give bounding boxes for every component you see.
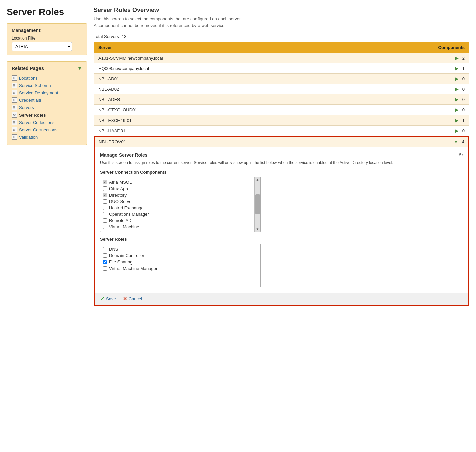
connection-components-list: Atria MSOL Citrix App bbox=[100, 177, 254, 232]
related-pages-arrow-icon: ▼ bbox=[77, 66, 82, 71]
components-cell: ▶ 0 bbox=[347, 84, 469, 94]
table-row: NBL-PROV01 ▼ 4 Manage Server Roles bbox=[94, 136, 469, 305]
expand-row-button[interactable]: ▶ bbox=[455, 86, 459, 92]
location-filter-label: Location Filter bbox=[12, 36, 82, 41]
scrollbar[interactable]: ▲ ▼ bbox=[254, 177, 260, 232]
cancel-icon: ✕ bbox=[123, 296, 127, 301]
scroll-down-arrow[interactable]: ▼ bbox=[256, 227, 259, 231]
related-pages-box: Related Pages ▼ ⊞ Locations ⊞ Service Sc… bbox=[7, 61, 87, 145]
sidebar-item-locations[interactable]: ⊞ Locations bbox=[12, 74, 82, 82]
operations-manager-checkbox[interactable] bbox=[103, 212, 107, 216]
location-filter-select[interactable]: ATRIA HQ NBL bbox=[12, 42, 72, 51]
remote-ad-checkbox[interactable] bbox=[103, 218, 107, 223]
related-pages-header: Related Pages ▼ bbox=[12, 66, 82, 71]
table-row: NBL-CTXCLOUD01 ▶ 0 bbox=[94, 105, 469, 115]
connection-components-label: Server Connection Components bbox=[100, 170, 463, 175]
management-box: Management Location Filter ATRIA HQ NBL bbox=[7, 23, 87, 55]
list-item: Directory bbox=[103, 192, 252, 198]
list-item: Operations Manager bbox=[103, 211, 252, 217]
components-cell: ▶ 1 bbox=[347, 63, 469, 74]
table-row: NBL-AD02 ▶ 0 bbox=[94, 84, 469, 94]
scroll-up-arrow[interactable]: ▲ bbox=[256, 178, 259, 181]
expanded-server-name: NBL-PROV01 bbox=[95, 137, 338, 147]
sidebar-item-server-roles[interactable]: ⚙ Server Roles bbox=[12, 111, 82, 119]
expand-row-button[interactable]: ▶ bbox=[455, 66, 459, 71]
server-collections-icon: ⊞ bbox=[12, 120, 17, 125]
checkbox-label: DUO Server bbox=[109, 199, 133, 204]
domain-controller-checkbox[interactable] bbox=[103, 253, 107, 258]
virtual-machine-checkbox[interactable] bbox=[103, 225, 107, 229]
table-row: NBL-EXCH19-01 ▶ 1 bbox=[94, 115, 469, 126]
components-count: 0 bbox=[462, 107, 465, 112]
cancel-button[interactable]: ✕ Cancel bbox=[123, 296, 142, 301]
sidebar-item-label: Server Roles bbox=[19, 112, 46, 118]
components-count: 0 bbox=[462, 128, 465, 133]
page-title: Server Roles bbox=[7, 7, 87, 17]
expand-row-button[interactable]: ▶ bbox=[455, 97, 459, 102]
dns-checkbox[interactable] bbox=[103, 247, 107, 251]
cancel-label: Cancel bbox=[129, 296, 142, 301]
server-name: NBL-HAAD01 bbox=[94, 126, 347, 136]
sidebar-item-server-connections[interactable]: ⊞ Server Connections bbox=[12, 126, 82, 133]
refresh-icon[interactable]: ↻ bbox=[459, 152, 463, 158]
components-count: 0 bbox=[462, 76, 465, 81]
sidebar-item-label: Server Collections bbox=[19, 120, 55, 125]
components-cell: ▶ 0 bbox=[347, 105, 469, 115]
components-cell: ▶ 2 bbox=[347, 53, 469, 63]
manage-roles-desc: Use this screen to assign roles to the c… bbox=[100, 160, 463, 166]
sidebar-item-service-deployment[interactable]: ⊞ Service Deployment bbox=[12, 89, 82, 96]
sidebar-item-service-schema[interactable]: ⊞ Service Schema bbox=[12, 82, 82, 89]
manage-roles-panel: Manage Server Roles ↻ Use this screen to… bbox=[95, 147, 468, 305]
server-name: A101-SCVMM.newcompany.local bbox=[94, 53, 347, 63]
main-title: Server Roles Overview bbox=[94, 7, 469, 14]
expand-row-button[interactable]: ▶ bbox=[455, 55, 459, 61]
list-item: Hosted Exchange bbox=[103, 205, 252, 211]
collapse-row-button[interactable]: ▼ bbox=[454, 139, 458, 144]
sidebar-item-credentials[interactable]: ⊞ Credentials bbox=[12, 96, 82, 104]
atria-msol-checkbox[interactable] bbox=[103, 180, 107, 184]
checkbox-label: Domain Controller bbox=[109, 253, 144, 258]
components-cell: ▶ 0 bbox=[347, 126, 469, 136]
list-item: Remote AD bbox=[103, 217, 252, 224]
checkbox-label: Virtual Machine Manager bbox=[109, 266, 157, 271]
sidebar-item-label: Server Connections bbox=[19, 127, 57, 132]
expand-row-button[interactable]: ▶ bbox=[455, 107, 459, 112]
directory-checkbox[interactable] bbox=[103, 193, 107, 197]
total-servers-count: 13 bbox=[122, 34, 126, 39]
locations-icon: ⊞ bbox=[12, 75, 17, 81]
expand-row-button[interactable]: ▶ bbox=[455, 76, 459, 81]
save-label: Save bbox=[106, 296, 116, 301]
components-count: 0 bbox=[462, 87, 465, 92]
expand-row-button[interactable]: ▶ bbox=[455, 118, 459, 123]
hosted-exchange-checkbox[interactable] bbox=[103, 206, 107, 210]
list-item: Virtual Machine bbox=[103, 224, 252, 230]
service-deployment-icon: ⊞ bbox=[12, 90, 17, 95]
sidebar: Server Roles Management Location Filter … bbox=[7, 7, 87, 445]
table-row: A101-SCVMM.newcompany.local ▶ 2 bbox=[94, 53, 469, 63]
virtual-machine-manager-checkbox[interactable] bbox=[103, 266, 107, 271]
save-button[interactable]: ✔ Save bbox=[100, 296, 116, 302]
sidebar-item-label: Service Schema bbox=[19, 83, 51, 88]
scroll-thumb[interactable] bbox=[255, 194, 260, 214]
server-name: NBL-CTXCLOUD01 bbox=[94, 105, 347, 115]
server-name: NBL-AD02 bbox=[94, 84, 347, 94]
main-desc-line2: A component cannot be removed if it is r… bbox=[94, 23, 226, 28]
expanded-server-components: ▼ 4 bbox=[338, 137, 468, 147]
sidebar-item-servers[interactable]: ⊞ Servers bbox=[12, 104, 82, 111]
validation-icon: ⊞ bbox=[12, 134, 17, 140]
service-schema-icon: ⊞ bbox=[12, 83, 17, 88]
sidebar-item-validation[interactable]: ⊞ Validation bbox=[12, 133, 82, 141]
sidebar-item-label: Validation bbox=[19, 135, 38, 140]
server-name: NBL-EXCH19-01 bbox=[94, 115, 347, 126]
duo-server-checkbox[interactable] bbox=[103, 199, 107, 204]
server-col-header: Server bbox=[94, 42, 347, 53]
components-count: 1 bbox=[462, 66, 465, 71]
sidebar-item-server-collections[interactable]: ⊞ Server Collections bbox=[12, 119, 82, 126]
citrix-app-checkbox[interactable] bbox=[103, 186, 107, 191]
save-icon: ✔ bbox=[100, 296, 104, 302]
sidebar-item-label: Servers bbox=[19, 105, 34, 110]
file-sharing-checkbox[interactable] bbox=[103, 260, 107, 264]
manage-roles-header: Manage Server Roles ↻ bbox=[100, 152, 463, 158]
sidebar-item-label: Service Deployment bbox=[19, 90, 58, 95]
expand-row-button[interactable]: ▶ bbox=[455, 128, 459, 133]
